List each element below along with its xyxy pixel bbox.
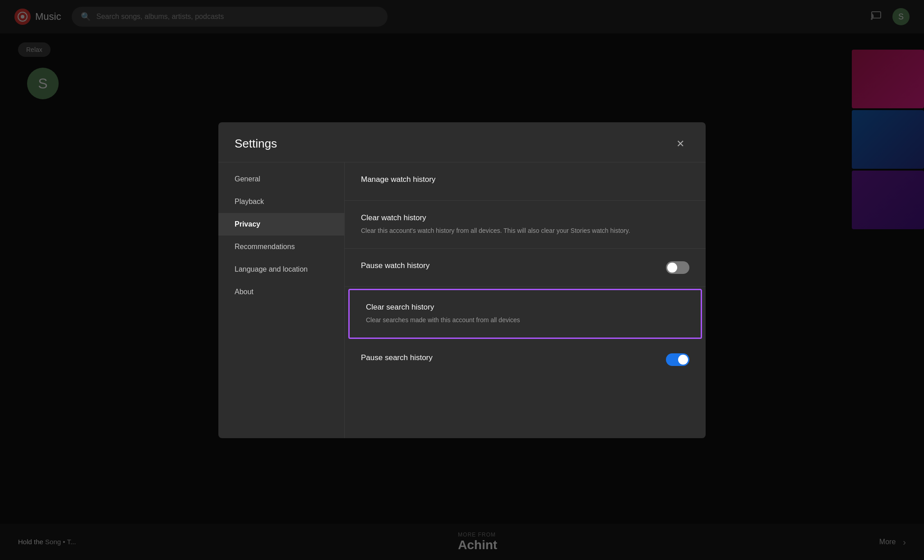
nav-item-playback[interactable]: Playback (218, 190, 344, 213)
modal-title: Settings (235, 137, 277, 151)
nav-item-about[interactable]: About (218, 281, 344, 303)
toggle-knob-pause-watch (667, 263, 677, 273)
clear-watch-title: Clear watch history (361, 213, 689, 222)
pause-search-row: Pause search history (361, 353, 689, 366)
modal-body: General Playback Privacy Recommendations… (218, 162, 706, 438)
close-button[interactable]: ✕ (671, 135, 689, 153)
clear-search-title: Clear search history (366, 303, 684, 312)
section-pause-watch: Pause watch history (345, 249, 706, 287)
pause-watch-title: Pause watch history (361, 261, 430, 270)
pause-watch-row: Pause watch history (361, 261, 689, 274)
nav-item-language[interactable]: Language and location (218, 258, 344, 281)
section-clear-watch[interactable]: Clear watch history Clear this account's… (345, 201, 706, 249)
settings-modal: Settings ✕ General Playback Privacy Reco… (218, 122, 706, 438)
nav-item-privacy[interactable]: Privacy (218, 213, 344, 236)
clear-watch-desc: Clear this account's watch history from … (361, 226, 689, 236)
section-pause-search: Pause search history (345, 341, 706, 379)
pause-watch-toggle[interactable] (666, 261, 689, 274)
pause-search-title: Pause search history (361, 353, 433, 362)
settings-navigation: General Playback Privacy Recommendations… (218, 162, 345, 438)
manage-watch-title: Manage watch history (361, 175, 435, 184)
nav-item-general[interactable]: General (218, 168, 344, 190)
pause-search-toggle[interactable] (666, 353, 689, 366)
modal-overlay: Settings ✕ General Playback Privacy Reco… (0, 0, 924, 560)
section-manage-watch[interactable]: Manage watch history (345, 162, 706, 201)
clear-search-desc: Clear searches made with this account fr… (366, 315, 684, 325)
toggle-knob-pause-search (678, 355, 688, 365)
nav-item-recommendations[interactable]: Recommendations (218, 236, 344, 258)
manage-watch-row: Manage watch history (361, 175, 689, 188)
modal-header: Settings ✕ (218, 122, 706, 162)
settings-content: Manage watch history Clear watch history… (345, 162, 706, 438)
section-clear-search[interactable]: Clear search history Clear searches made… (348, 289, 702, 339)
